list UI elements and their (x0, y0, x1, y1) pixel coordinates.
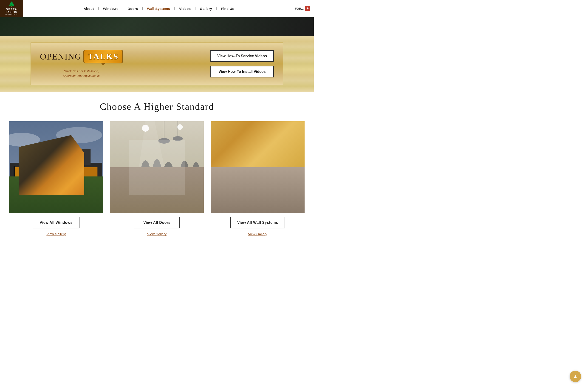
svg-rect-40 (211, 186, 305, 213)
svg-rect-5 (45, 165, 72, 183)
svg-rect-48 (211, 171, 231, 191)
svg-rect-31 (178, 121, 178, 137)
main-nav: About | Windows | Doors | Wall Systems |… (23, 7, 295, 11)
svg-rect-42 (269, 144, 270, 202)
svg-marker-39 (211, 121, 305, 163)
svg-rect-29 (164, 121, 164, 140)
gallery-grid: View All Windows View Gallery (9, 121, 305, 236)
banner-left: OPENING TALKS Quick Tips For Installatio… (40, 50, 123, 78)
svg-rect-49 (211, 186, 231, 193)
for-label: FOR... (295, 7, 304, 10)
svg-rect-33 (211, 121, 305, 163)
svg-rect-50 (232, 183, 267, 195)
windows-card: View All Windows View Gallery (9, 121, 103, 236)
svg-point-21 (163, 162, 173, 184)
svg-rect-52 (245, 121, 246, 144)
subtitle-line2: Operation And Adjustments (63, 74, 100, 77)
svg-point-20 (153, 159, 161, 180)
logo-inner: 🌲 SIERRA PACIFIC WINDOWS (0, 1, 23, 16)
wall-systems-gallery-link[interactable]: View Gallery (248, 232, 267, 236)
nav-item-find-us[interactable]: Find Us (217, 7, 238, 11)
nav-item-wall-systems[interactable]: Wall Systems (143, 7, 174, 11)
banner-inner: OPENING TALKS Quick Tips For Installatio… (31, 42, 283, 85)
svg-rect-11 (14, 166, 15, 185)
svg-rect-51 (211, 191, 228, 201)
opening-text: OPENING (40, 51, 82, 62)
svg-point-30 (158, 138, 170, 144)
svg-rect-41 (269, 144, 305, 202)
svg-rect-7 (22, 149, 91, 165)
banner-right: View How-To Service Videos View How-To I… (210, 50, 274, 77)
logo-pine-icon: 🌲 (0, 1, 23, 7)
for-button[interactable]: FOR... + (295, 6, 310, 11)
doors-gallery-link[interactable]: View Gallery (147, 232, 166, 236)
install-videos-button[interactable]: View How-To Install Videos (210, 66, 274, 77)
for-plus-icon: + (305, 6, 310, 11)
hero-strip (0, 17, 314, 36)
doors-image (110, 121, 204, 213)
svg-rect-6 (77, 167, 97, 183)
talks-logo: OPENING TALKS (40, 50, 123, 64)
svg-rect-9 (56, 152, 84, 164)
talks-word: TALKS (88, 52, 119, 61)
logo-tagline: WINDOWS (0, 13, 23, 16)
view-all-doors-button[interactable]: View All Doors (134, 217, 180, 228)
logo-company-name: SIERRA PACIFIC (0, 8, 23, 13)
svg-point-19 (141, 160, 150, 183)
svg-rect-4 (15, 167, 38, 183)
svg-rect-45 (268, 172, 305, 173)
svg-point-32 (173, 136, 183, 141)
svg-rect-10 (9, 199, 103, 213)
nav-item-doors[interactable]: Doors (124, 7, 142, 11)
svg-rect-14 (73, 164, 74, 185)
section-title: Choose A Higher Standard (9, 101, 305, 112)
subtitle-line1: Quick Tips For Installation, (64, 69, 99, 73)
wall-systems-photo (211, 121, 305, 213)
svg-rect-26 (157, 189, 185, 201)
wall-systems-image (211, 121, 305, 213)
top-bar: 🌲 SIERRA PACIFIC WINDOWS About | Windows… (0, 0, 314, 17)
svg-rect-43 (283, 144, 284, 202)
wall-systems-card: View All Wall Systems View Gallery (211, 121, 305, 236)
svg-rect-46 (272, 151, 305, 197)
windows-photo (9, 121, 103, 213)
view-all-wall-systems-button[interactable]: View All Wall Systems (230, 217, 285, 228)
main-content: Choose A Higher Standard (0, 92, 314, 257)
windows-gallery-link[interactable]: View Gallery (46, 232, 66, 236)
doors-card: View All Doors View Gallery (110, 121, 204, 236)
windows-image (9, 121, 103, 213)
svg-rect-44 (297, 144, 298, 202)
service-videos-button[interactable]: View How-To Service Videos (210, 50, 274, 62)
opening-talks-banner: OPENING TALKS Quick Tips For Installatio… (0, 36, 314, 92)
svg-rect-25 (116, 179, 134, 188)
view-all-windows-button[interactable]: View All Windows (33, 217, 79, 228)
svg-rect-16 (110, 186, 204, 213)
svg-rect-24 (111, 188, 148, 202)
svg-rect-27 (110, 140, 204, 186)
nav-item-gallery[interactable]: Gallery (196, 7, 216, 11)
banner-subtitle: Quick Tips For Installation, Operation A… (63, 69, 100, 78)
svg-rect-47 (211, 167, 235, 197)
nav-item-videos[interactable]: Videos (175, 7, 195, 11)
svg-rect-13 (43, 164, 45, 185)
talks-badge: TALKS (83, 50, 123, 64)
logo[interactable]: 🌲 SIERRA PACIFIC WINDOWS (0, 0, 23, 17)
nav-item-windows[interactable]: Windows (99, 7, 123, 11)
svg-point-53 (238, 142, 252, 149)
doors-photo (110, 121, 204, 213)
nav-item-about[interactable]: About (79, 7, 98, 11)
svg-rect-8 (26, 152, 45, 164)
svg-rect-54 (269, 151, 305, 186)
svg-rect-12 (39, 166, 40, 185)
svg-point-2 (56, 127, 102, 143)
